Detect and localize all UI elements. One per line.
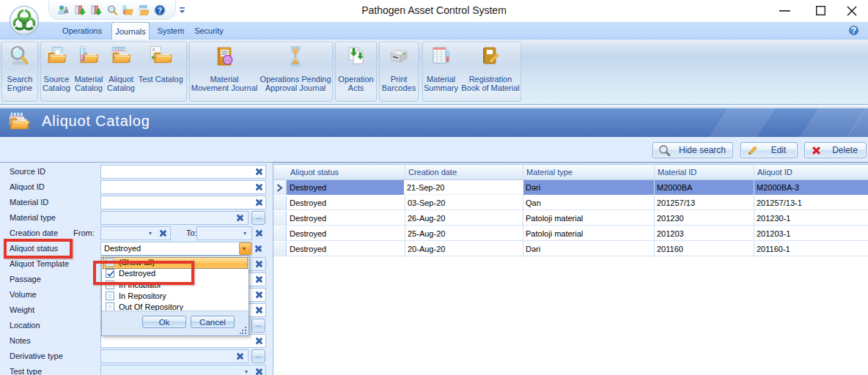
svg-text:?: ? — [158, 7, 162, 15]
svg-text:A: A — [152, 47, 156, 52]
